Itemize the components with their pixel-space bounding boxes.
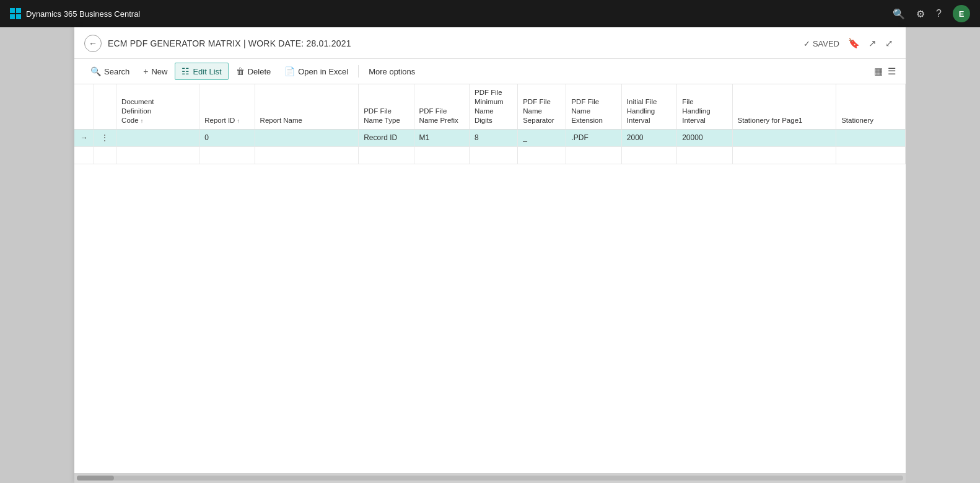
more-options-btn-label: More options [369, 67, 415, 76]
svg-rect-3 [16, 14, 21, 19]
col-header-extension[interactable]: PDF FileNameExtension [566, 84, 621, 129]
col-header-report-name[interactable]: Report Name [255, 84, 359, 129]
col-header-initial-interval[interactable]: Initial FileHandlingInterval [621, 84, 676, 129]
saved-status: ✓ SAVED [803, 39, 839, 48]
row-separator-empty[interactable] [518, 146, 566, 164]
col-header-stationery-page1[interactable]: Stationery for Page1 [732, 84, 836, 129]
row-stationery[interactable] [836, 129, 906, 146]
sort-icon-report-id: ↑ [237, 118, 240, 124]
sidebar-left [0, 27, 74, 483]
row-pdf-prefix-empty[interactable] [414, 146, 469, 164]
row-doc-def-code[interactable] [116, 129, 199, 146]
svg-rect-2 [10, 14, 15, 19]
row-report-name-empty[interactable] [255, 146, 359, 164]
row-extension-empty[interactable] [566, 146, 621, 164]
row-extension[interactable]: .PDF [566, 129, 621, 146]
bookmark-icon[interactable]: 🔖 [848, 38, 860, 49]
row-dots-cell[interactable]: ⋮ [94, 129, 116, 146]
saved-check-icon: ✓ [803, 39, 810, 48]
row-file-interval-empty[interactable] [677, 146, 732, 164]
sidebar-right [906, 27, 980, 483]
col-header-pdf-name-type[interactable]: PDF FileName Type [359, 84, 414, 129]
col-header-min-digits[interactable]: PDF FileMinimumName Digits [469, 84, 517, 129]
user-avatar[interactable]: E [953, 5, 970, 22]
expand-icon[interactable]: ⤢ [885, 38, 893, 49]
columns-icon[interactable]: ☰ [888, 66, 896, 77]
toolbar-right: ▦ ☰ [874, 66, 896, 77]
row-doc-def-code-empty[interactable] [116, 146, 199, 164]
search-btn-label: Search [104, 67, 129, 76]
excel-btn-icon: 📄 [284, 66, 295, 76]
scrollbar-track [77, 476, 903, 481]
scrollbar-thumb[interactable] [77, 476, 114, 481]
share-icon[interactable]: ↗ [868, 38, 877, 49]
row-pdf-name-type[interactable]: Record ID [359, 129, 414, 146]
row-report-id-empty[interactable] [199, 146, 255, 164]
topbar: Dynamics 365 Business Central 🔍 ⚙ ? E [0, 0, 980, 27]
edit-list-btn-icon: ☷ [182, 66, 190, 76]
edit-list-btn-label: Edit List [193, 67, 221, 76]
delete-btn-label: Delete [248, 67, 271, 76]
search-button[interactable]: 🔍 Search [84, 63, 136, 79]
page-content: ← ECM PDF GENERATOR MATRIX | WORK DATE: … [74, 27, 906, 483]
page-header-left: ← ECM PDF GENERATOR MATRIX | WORK DATE: … [84, 35, 351, 52]
row-initial-interval-empty[interactable] [621, 146, 676, 164]
row-pdf-prefix[interactable]: M1 [414, 129, 469, 146]
col-header-arrow [74, 84, 94, 129]
horizontal-scrollbar[interactable] [74, 473, 906, 483]
toolbar-separator [358, 65, 359, 78]
col-header-report-id[interactable]: Report ID ↑ [199, 84, 255, 129]
new-button[interactable]: + New [137, 63, 173, 79]
table-wrapper: DocumentDefinitionCode ↑ Report ID ↑ Rep… [74, 84, 906, 473]
row-report-name[interactable] [255, 129, 359, 146]
table-row[interactable] [74, 146, 906, 164]
svg-rect-1 [16, 8, 21, 13]
delete-button[interactable]: 🗑 Delete [230, 63, 278, 79]
d365-logo-icon [10, 8, 21, 19]
new-btn-label: New [151, 67, 167, 76]
svg-rect-0 [10, 8, 15, 13]
row-initial-interval[interactable]: 2000 [621, 129, 676, 146]
settings-icon[interactable]: ⚙ [916, 8, 925, 20]
back-button[interactable]: ← [84, 35, 102, 52]
more-options-button[interactable]: More options [362, 64, 421, 79]
page-title: ECM PDF GENERATOR MATRIX | WORK DATE: 28… [108, 38, 351, 48]
new-btn-icon: + [143, 66, 148, 76]
sort-icon-doc-def: ↑ [141, 118, 144, 124]
col-header-file-interval[interactable]: FileHandlingInterval [677, 84, 732, 129]
row-stationery-empty[interactable] [836, 146, 906, 164]
row-separator[interactable]: _ [518, 129, 566, 146]
search-icon[interactable]: 🔍 [893, 8, 905, 20]
page-header-right: ✓ SAVED 🔖 ↗ ⤢ [803, 38, 893, 49]
app-title: Dynamics 365 Business Central [26, 9, 140, 19]
col-header-pdf-prefix[interactable]: PDF FileName Prefix [414, 84, 469, 129]
topbar-right: 🔍 ⚙ ? E [893, 5, 970, 22]
row-arrow-cell-empty [74, 146, 94, 164]
row-arrow-cell: → [74, 129, 94, 146]
saved-label: SAVED [813, 39, 839, 48]
table-header-row: DocumentDefinitionCode ↑ Report ID ↑ Rep… [74, 84, 906, 129]
open-excel-button[interactable]: 📄 Open in Excel [278, 63, 354, 79]
topbar-left: Dynamics 365 Business Central [10, 8, 140, 19]
help-icon[interactable]: ? [936, 8, 942, 19]
row-file-interval[interactable]: 20000 [677, 129, 732, 146]
row-min-digits-empty[interactable] [469, 146, 517, 164]
edit-list-button[interactable]: ☷ Edit List [175, 63, 228, 80]
col-header-doc-def-code[interactable]: DocumentDefinitionCode ↑ [116, 84, 199, 129]
col-header-stationery[interactable]: Stationery [836, 84, 906, 129]
col-header-separator[interactable]: PDF FileNameSeparator [518, 84, 566, 129]
col-header-dots [94, 84, 116, 129]
row-report-id[interactable]: 0 [199, 129, 255, 146]
row-stationery-page1[interactable] [732, 129, 836, 146]
page-header: ← ECM PDF GENERATOR MATRIX | WORK DATE: … [74, 27, 906, 59]
row-stationery-page1-empty[interactable] [732, 146, 836, 164]
data-table: DocumentDefinitionCode ↑ Report ID ↑ Rep… [74, 84, 906, 164]
main-wrapper: ← ECM PDF GENERATOR MATRIX | WORK DATE: … [0, 27, 980, 483]
delete-btn-icon: 🗑 [236, 66, 245, 76]
toolbar: 🔍 Search + New ☷ Edit List 🗑 Delete 📄 Op… [74, 59, 906, 84]
filter-icon[interactable]: ▦ [874, 66, 883, 77]
row-min-digits[interactable]: 8 [469, 129, 517, 146]
table-row[interactable]: → ⋮ 0 Record ID M1 8 _ .PDF 2000 20000 [74, 129, 906, 146]
row-pdf-name-type-empty[interactable] [359, 146, 414, 164]
open-excel-btn-label: Open in Excel [298, 67, 348, 76]
